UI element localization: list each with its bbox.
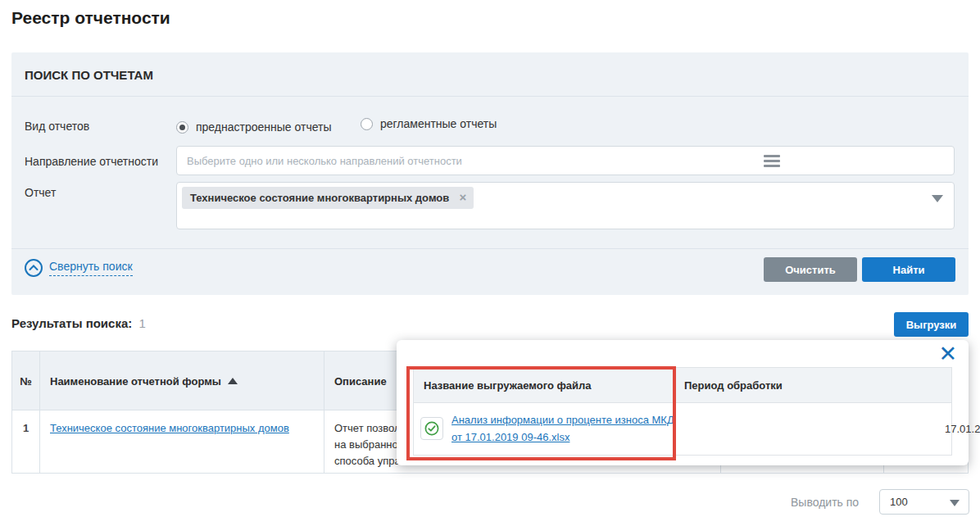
radio-preconfigured-reports[interactable]: преднастроенные отчеты bbox=[176, 120, 331, 134]
results-count: 1 bbox=[138, 316, 145, 330]
exports-header-cell-file: Название выгружаемого файла bbox=[414, 368, 674, 402]
direction-input[interactable] bbox=[176, 146, 955, 175]
radio-label: преднастроенные отчеты bbox=[196, 120, 331, 134]
page-size-label: Выводить по bbox=[791, 496, 859, 509]
report-form-link[interactable]: Техническое состояние многоквартирных до… bbox=[50, 422, 289, 434]
selected-report-tag-text: Техническое состояние многоквартирных до… bbox=[190, 192, 449, 204]
results-label: Результаты поиска: bbox=[11, 316, 132, 330]
header-num-label: № bbox=[12, 375, 39, 388]
row-cell-name: Техническое состояние многоквартирных до… bbox=[40, 410, 324, 473]
radio-unselected-icon[interactable] bbox=[361, 118, 373, 130]
exports-table-header: Название выгружаемого файла Период обраб… bbox=[414, 368, 951, 403]
report-type-radio-group: преднастроенные отчеты регламентные отче… bbox=[176, 117, 497, 134]
selected-report-tag: Техническое состояние многоквартирных до… bbox=[182, 187, 474, 209]
exports-row-cell-period: 17.01.2019 09:46:29 - 17.01.2019 09:46:3… bbox=[674, 403, 951, 455]
hamburger-icon[interactable] bbox=[764, 155, 780, 167]
header-description-label: Описание bbox=[334, 375, 387, 388]
collapse-search-link[interactable]: Свернуть поиск bbox=[25, 259, 133, 277]
exports-header-file-label: Название выгружаемого файла bbox=[424, 379, 592, 392]
export-period: 17.01.2019 09:46:29 - 17.01.2019 09:46:3… bbox=[945, 423, 980, 435]
success-check-icon bbox=[420, 417, 443, 440]
panel-divider bbox=[11, 248, 969, 249]
exports-table-row: Анализ информации о проценте износа МКД … bbox=[414, 403, 951, 455]
exports-button[interactable]: Выгрузки bbox=[894, 312, 969, 337]
report-label: Отчет bbox=[25, 186, 56, 199]
report-type-label: Вид отчетов bbox=[25, 120, 89, 133]
tag-remove-icon[interactable]: × bbox=[460, 191, 467, 203]
chevron-up-circle-icon[interactable] bbox=[25, 259, 43, 277]
row-description: Отчет позволя на выбранной способа управ bbox=[334, 420, 406, 469]
search-panel-header: ПОИСК ПО ОТЧЕТАМ bbox=[11, 52, 969, 97]
radio-label: регламентные отчеты bbox=[380, 117, 497, 130]
close-icon[interactable]: ✕ bbox=[938, 340, 957, 368]
page-size-select[interactable]: 100 bbox=[879, 489, 969, 515]
results-line: Результаты поиска: 1 bbox=[11, 316, 146, 330]
sort-asc-icon[interactable] bbox=[228, 378, 238, 384]
export-file-link[interactable]: Анализ информации о проценте износа МКД … bbox=[451, 411, 674, 446]
collapse-search-label: Свернуть поиск bbox=[49, 260, 133, 276]
exports-table: Название выгружаемого файла Период обраб… bbox=[413, 367, 952, 456]
exports-row-cell-file: Анализ информации о проценте износа МКД … bbox=[414, 403, 674, 455]
search-panel-title: ПОИСК ПО ОТЧЕТАМ bbox=[25, 68, 153, 82]
chevron-down-icon[interactable] bbox=[932, 195, 943, 202]
page-title: Реестр отчетности bbox=[11, 8, 170, 28]
page-size-value: 100 bbox=[890, 496, 908, 508]
header-cell-name[interactable]: Наименование отчетной формы bbox=[40, 351, 324, 410]
header-name-label[interactable]: Наименование отчетной формы bbox=[50, 375, 238, 388]
search-panel: ПОИСК ПО ОТЧЕТАМ Вид отчетов преднастрое… bbox=[11, 52, 969, 295]
report-multiselect[interactable]: Техническое состояние многоквартирных до… bbox=[176, 182, 955, 229]
clear-button[interactable]: Очистить bbox=[764, 257, 857, 282]
radio-selected-icon[interactable] bbox=[176, 121, 188, 134]
row-cell-num: 1 bbox=[12, 410, 40, 473]
direction-label: Направление отчетности bbox=[25, 155, 158, 168]
exports-popup: ✕ Название выгружаемого файла Период обр… bbox=[397, 340, 969, 465]
find-button[interactable]: Найти bbox=[862, 257, 955, 282]
row-num: 1 bbox=[12, 422, 39, 434]
exports-header-cell-period: Период обработки bbox=[674, 368, 951, 402]
chevron-down-icon[interactable] bbox=[950, 500, 960, 506]
exports-header-period-label: Период обработки bbox=[684, 379, 783, 392]
radio-regulated-reports[interactable]: регламентные отчеты bbox=[361, 117, 497, 130]
header-cell-num: № bbox=[12, 351, 40, 410]
